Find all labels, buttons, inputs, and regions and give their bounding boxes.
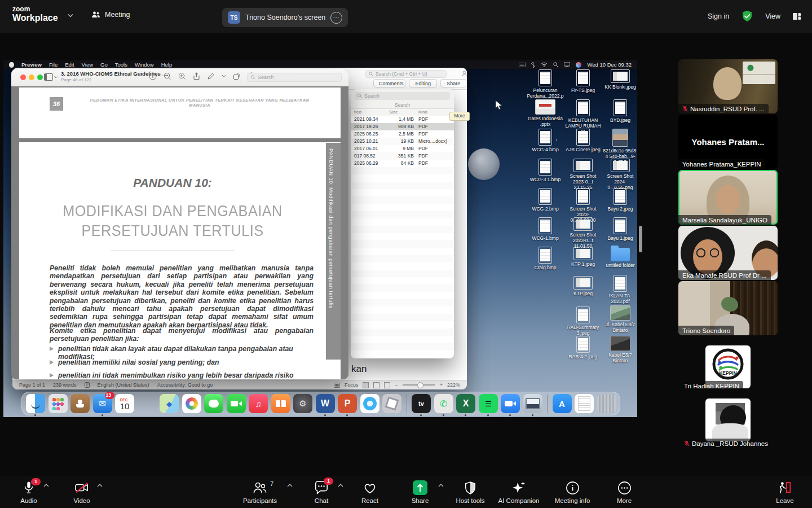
desktop-icon[interactable]: Bayu 1.jpeg (602, 217, 637, 241)
finder-search-field[interactable]: Search (355, 92, 450, 100)
desktop-icon[interactable]: Gates Indonesia .pptx (527, 99, 564, 127)
dock-icon-facetime[interactable] (227, 394, 246, 413)
markup-pen-icon[interactable] (207, 72, 215, 80)
dock-icon-app-store[interactable]: A (553, 394, 572, 413)
participant-tile[interactable]: Nasruddin_RSUD Prof. ... (678, 59, 778, 113)
desktop-icon[interactable]: Screen Shot 2024-0...6.55.png (602, 159, 637, 190)
dock-icon-music[interactable]: ♫ (249, 394, 268, 413)
info-icon[interactable] (149, 72, 157, 80)
presence-icon[interactable] (461, 71, 467, 77)
dock-icon-messages[interactable] (204, 394, 223, 413)
desktop-icon[interactable]: BYD.jpeg (602, 99, 637, 123)
more-button[interactable]: More (604, 479, 644, 504)
sidebar-toggle-icon[interactable] (44, 73, 58, 81)
dock-icon-photos[interactable] (182, 394, 201, 413)
column-modified[interactable]: fied (354, 110, 361, 115)
audio-options-caret[interactable] (43, 484, 49, 487)
host-tools-button[interactable]: Host tools (448, 479, 493, 504)
video-button[interactable]: Video (62, 479, 102, 504)
desktop-icon[interactable]: WCG-4.bmp (527, 129, 564, 152)
desktop-icon[interactable]: Jl. Kabel E8/7 Bintaro (602, 305, 637, 333)
menu-help[interactable]: Help (161, 62, 173, 68)
minimize-window-button[interactable] (29, 75, 34, 80)
zoom-slider[interactable] (403, 384, 435, 386)
column-kind[interactable]: Kind (418, 110, 427, 115)
desktop-icon[interactable]: KTP.jpeg (564, 276, 602, 296)
desktop-icon[interactable]: WCG-1.bmp (527, 217, 564, 241)
proofing-icon[interactable] (85, 382, 90, 388)
zoom-out-icon[interactable] (164, 72, 171, 80)
table-row[interactable]: 2025 06.2984 KBPDF (351, 160, 454, 167)
zoom-in-button[interactable]: + (440, 382, 443, 388)
desktop-icon[interactable]: KK Blonki.jpeg (602, 69, 637, 90)
zoom-out-button[interactable]: − (395, 382, 398, 388)
editing-button[interactable]: Editing (409, 79, 437, 87)
dock-icon-screen-share[interactable] (523, 394, 542, 413)
leave-button[interactable]: Leave (765, 479, 805, 504)
word-language[interactable]: English (United States) (98, 382, 149, 388)
dock-icon-calendar[interactable]: DEC10 (115, 394, 134, 413)
participants-button[interactable]: 7 Participants (234, 479, 286, 504)
dock-icon-mail[interactable]: ✉13 (93, 394, 112, 413)
view-button[interactable]: View (765, 12, 780, 20)
desktop-icon[interactable]: RAB-4 2.jpeg (564, 336, 602, 360)
rotate-icon[interactable] (233, 72, 241, 80)
more-options-icon[interactable]: ⋯ (330, 12, 342, 24)
zoom-in-icon[interactable] (178, 72, 186, 80)
shared-screen-pill[interactable]: TS Triono Soendoro's screen ⋯ (222, 8, 348, 27)
word-word-count[interactable]: 239 words (53, 382, 77, 388)
dock-icon-trash[interactable] (597, 394, 616, 413)
desktop-icon[interactable]: Kabel E8/7 Bintaro (602, 336, 637, 364)
audio-button[interactable]: 1 Audio (9, 479, 48, 504)
chevron-down-icon[interactable] (222, 75, 226, 78)
more-button[interactable]: More (449, 112, 470, 121)
participant-tile[interactable]: Eka Manafe RSUD Prof Dr ... (678, 226, 778, 280)
participants-options-caret[interactable] (287, 484, 293, 487)
view-layout-icon[interactable] (793, 13, 801, 20)
dock-icon-maps[interactable]: ◆ (160, 394, 179, 413)
word-focus-label[interactable]: Focus (345, 382, 359, 388)
dock-icon-powerpoint[interactable]: P (338, 394, 357, 413)
dock-icon-excel[interactable]: X (456, 394, 475, 413)
word-accessibility[interactable]: Accessibility: Good to go (157, 382, 213, 388)
word-page-count[interactable]: Page 1 of 1 (19, 382, 45, 388)
chat-options-caret[interactable] (338, 484, 343, 487)
word-zoom-level[interactable]: 222% (447, 382, 460, 388)
desktop-icon[interactable]: Screen Shot 2023-0...t 11.01.50 (564, 217, 602, 249)
dock-icon-settings[interactable]: ⚙ (293, 394, 312, 413)
share-button[interactable]: Share (440, 79, 466, 87)
sign-in-button[interactable]: Sign in (708, 12, 729, 20)
chat-button[interactable]: 1 Chat (302, 479, 341, 504)
video-options-caret[interactable] (97, 484, 103, 487)
desktop-icon[interactable]: Screen Shot 2023-0...t 23.15.25 (564, 159, 602, 190)
dock-icon-textedit[interactable] (575, 394, 594, 413)
menu-view[interactable]: View (82, 62, 93, 68)
meeting-info-button[interactable]: Meeting info (545, 479, 599, 504)
dock-icon-books[interactable] (271, 394, 290, 413)
participant-tile-active-speaker[interactable]: Marselia Sandalayuk_UNIGO (678, 170, 778, 225)
table-row[interactable]: 2025 10.2119 KBMicro....docx) (351, 138, 454, 145)
desktop-icon[interactable]: KTP 1.jpeg (564, 247, 602, 267)
table-row-selected[interactable]: 2017 19.26908 KBPDF (351, 123, 454, 130)
keyboard-icon[interactable] (519, 63, 526, 67)
share-screen-button[interactable]: Share (400, 479, 440, 504)
siri-icon[interactable] (576, 62, 581, 68)
dock-icon-whatsapp[interactable]: ✆ (434, 394, 453, 413)
maximize-window-button[interactable] (37, 75, 43, 80)
bluetooth-icon[interactable] (531, 62, 535, 68)
ai-companion-button[interactable]: AI Companion (492, 479, 546, 504)
desktop-icon[interactable]: WCG-3 1.bmp (527, 159, 564, 182)
desktop-icon[interactable]: WCG-2.bmp (527, 188, 564, 212)
dock-icon-safari[interactable] (360, 394, 379, 413)
share-options-caret[interactable] (438, 484, 444, 487)
dock-icon-contacts[interactable] (70, 394, 90, 413)
table-row[interactable]: 2017 05.019 MBPDF (351, 145, 454, 152)
menu-edit[interactable]: Edit (65, 62, 74, 68)
menu-bar-clock[interactable]: Wed 10 Dec 09.32 (587, 62, 632, 68)
react-button[interactable]: React (350, 479, 390, 504)
desktop-icon[interactable]: RAB-Summary 3.jpeg (564, 306, 602, 336)
wifi-icon[interactable] (541, 62, 548, 67)
word-search-field[interactable]: Search (Cmd + Ctrl + U) (365, 70, 447, 78)
tab-meeting[interactable]: Meeting (91, 11, 130, 19)
apple-logo-icon[interactable] (9, 62, 14, 68)
